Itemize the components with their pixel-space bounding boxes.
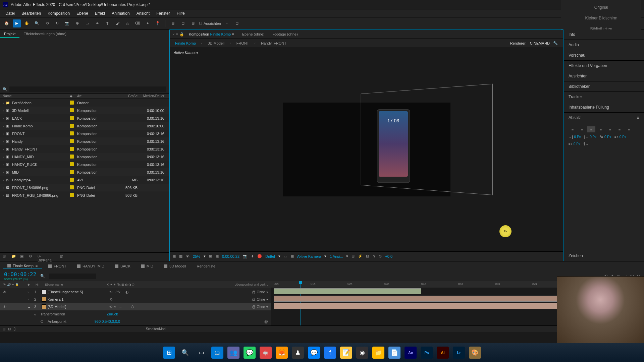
panel-absatz[interactable]: Absatz≡ (564, 113, 644, 123)
indent-right[interactable]: |← 0 Px (584, 135, 597, 139)
taskbar-messenger-icon[interactable]: 💬 (308, 347, 320, 359)
new-comp-icon[interactable]: ▣ (20, 254, 26, 260)
views-dropdown[interactable]: 1 Ansi... (330, 254, 343, 258)
parent-dropdown[interactable]: Ohne (257, 290, 265, 294)
tab-komposition[interactable]: Komposition Finale Komp ≡ (185, 32, 237, 36)
ttab-renderliste[interactable]: Renderliste (192, 264, 220, 268)
switch-3d-icon[interactable]: ⬡ (132, 283, 135, 286)
panel-bibliotheken[interactable]: Bibliotheken (564, 81, 644, 92)
pickwhip-icon[interactable]: @ (252, 290, 255, 294)
col-groesse[interactable]: Große (117, 94, 138, 98)
crumb-front[interactable]: FRONT (236, 41, 249, 45)
indent-first[interactable]: *≡ 0 Px (600, 135, 611, 139)
space-after[interactable]: ≡↓ 0 Px (569, 142, 580, 146)
project-search-input[interactable] (9, 86, 166, 92)
toggle-modes-icon[interactable]: ⊡ (8, 327, 11, 331)
col-tag-icon[interactable]: ◆ (70, 94, 77, 98)
col-name[interactable]: Name (3, 94, 70, 98)
exposure-value[interactable]: +0,0 (385, 254, 392, 258)
ttab-back[interactable]: BACK (110, 264, 135, 268)
align-center-icon[interactable]: ≡ (578, 126, 586, 132)
audio-col-icon[interactable]: 🔊 (7, 283, 11, 286)
new-folder-icon[interactable]: 📁 (11, 254, 17, 260)
menu-effekt[interactable]: Effekt (92, 9, 108, 17)
text-tool-icon[interactable]: T (103, 19, 111, 27)
layer-row-2[interactable]: › 2 Kamera 1 ⟲ @ Ohne ▾ (0, 296, 271, 303)
taskbar-app3-icon[interactable]: 🎨 (469, 347, 481, 359)
project-item[interactable]: ›🖼FRONT_RGB_1840886.pngPNG-Datei503 KB (0, 191, 169, 199)
workspace-original[interactable]: Original (591, 5, 611, 10)
crumb-finale-komp[interactable]: Finale Komp (175, 41, 196, 45)
project-item[interactable]: ›▣HANDY_RÜCKKomposition0:00:13:16 (0, 161, 169, 168)
project-item[interactable]: ›▷Handy.mp4AVI... MB0:00:13:16 (0, 176, 169, 184)
brush-tool-icon[interactable]: 🖌 (113, 19, 121, 27)
layer-row-3[interactable]: 👁 ⌄ 3 [3D Modell] ⟲ ✴ – ⬡ @ Ohne ▾ (0, 303, 271, 310)
pixel-aspect-icon[interactable]: ⊞ (352, 254, 355, 258)
timeline-search-icon[interactable]: 🔍 (40, 274, 45, 278)
layer-color-swatch[interactable] (42, 304, 46, 309)
timeline-icon[interactable]: ⊟ (366, 254, 369, 258)
adjust-icon[interactable]: ⚙ (29, 254, 35, 260)
taskbar-whatsapp-icon[interactable]: 💬 (244, 347, 256, 359)
puppet-tool-icon[interactable]: 📍 (154, 19, 162, 27)
switch-mb-icon[interactable]: ◐ (125, 283, 128, 286)
project-item[interactable]: ›▣Finale KompKomposition0:00:10:00 (0, 122, 169, 130)
taskbar-lr-icon[interactable]: Lr (453, 347, 465, 359)
stopwatch-icon[interactable]: ⏱ (40, 319, 44, 323)
roto-tool-icon[interactable]: ✦ (144, 19, 152, 27)
flowchart-icon[interactable]: ⋔ (372, 254, 375, 258)
project-item[interactable]: ›▣HandyKomposition0:00:13:16 (0, 137, 169, 145)
menu-fenster[interactable]: Fenster (153, 9, 173, 17)
anchor-value[interactable]: 960,0,540,0,0,0 (95, 319, 120, 323)
pen-tool-icon[interactable]: ✒ (93, 19, 101, 27)
switch-fx2-icon[interactable]: fx (118, 283, 121, 286)
tab-ebene[interactable]: Ebene (ohne) (239, 32, 268, 36)
menu-bearbeiten[interactable]: Bearbeiten (18, 9, 44, 17)
crumb-3d-modell[interactable]: 3D Modell (208, 41, 224, 45)
layer-row-1[interactable]: 👁 › 1 [Einstellungsebene 5] ⟲ / fx ◐ @ O… (0, 288, 271, 296)
taskbar-teams-icon[interactable]: 👥 (227, 347, 239, 359)
menu-hilfe[interactable]: Hilfe (173, 9, 188, 17)
menu-animation[interactable]: Animation (108, 9, 133, 17)
taskbar-ae-icon[interactable]: Ae (405, 347, 417, 359)
project-item[interactable]: ›▣Handy_FRONTKomposition0:00:13:16 (0, 145, 169, 153)
col-art[interactable]: Art (77, 94, 117, 98)
snap-center-icon[interactable]: ⊡ (233, 19, 241, 27)
taskbar-ai-icon[interactable]: Ai (437, 347, 449, 359)
align-right-icon[interactable]: ≡ (587, 126, 595, 132)
indent-left[interactable]: →| 0 Px (569, 135, 581, 139)
camera-tool-icon[interactable]: 📷 (63, 19, 71, 27)
panel-ausrichten[interactable]: Ausrichten (564, 71, 644, 81)
zoom-chevron-icon[interactable]: ▾ (204, 254, 206, 258)
switch-shy-icon[interactable]: ⟲ (107, 283, 109, 286)
switch-frameblend-icon[interactable]: ▦ (121, 283, 124, 286)
crumb-handy-front[interactable]: Handy_FRONT (261, 41, 286, 45)
ttab-mid[interactable]: MID (137, 264, 158, 268)
comp-tab-lock-icon[interactable]: 🔒 (179, 32, 184, 37)
ttab-finale-komp[interactable]: Finale Komp ≡ (3, 264, 42, 268)
visibility-icon[interactable]: 👁 (3, 305, 8, 309)
justify-last-right-icon[interactable]: ≡ (615, 126, 624, 132)
layer-color-swatch[interactable] (42, 297, 46, 302)
panel-effekte[interactable]: Effekte und Vorgaben (564, 61, 644, 71)
layer-name[interactable]: [3D Modell] (48, 305, 108, 309)
transform-reset[interactable]: Zurück (107, 312, 118, 316)
ttab-front[interactable]: FRONT (44, 264, 71, 268)
toggle-switches-icon[interactable]: ⊞ (3, 327, 5, 331)
taskbar-windows-icon[interactable]: ⊞ (163, 347, 175, 359)
view-axis-icon[interactable]: ⊟ (189, 19, 197, 27)
taskbar-notepad-icon[interactable]: 📄 (388, 347, 400, 359)
taskbar-explorer-icon[interactable]: 🗂 (211, 347, 223, 359)
transform-group[interactable]: ⌄ Transformieren Zurück (0, 310, 271, 318)
align-left-icon[interactable]: ≡ (569, 126, 577, 132)
transparency-icon[interactable]: ▦ (215, 254, 219, 258)
panel-menu-icon[interactable]: ≡ (637, 115, 639, 120)
taskbar-firefox-icon[interactable]: 🦊 (276, 347, 288, 359)
zoom-dropdown[interactable]: 25% (193, 254, 200, 258)
snapshot-icon[interactable]: 📷 (243, 254, 248, 258)
taskbar-app2-icon[interactable]: ♟ (292, 347, 304, 359)
orbit-tool-icon[interactable]: ⟲ (43, 19, 51, 27)
justify-last-left-icon[interactable]: ≡ (597, 126, 605, 132)
taskbar-ps-icon[interactable]: Ps (421, 347, 433, 359)
fast-preview-icon[interactable]: ⚡ (358, 254, 363, 258)
